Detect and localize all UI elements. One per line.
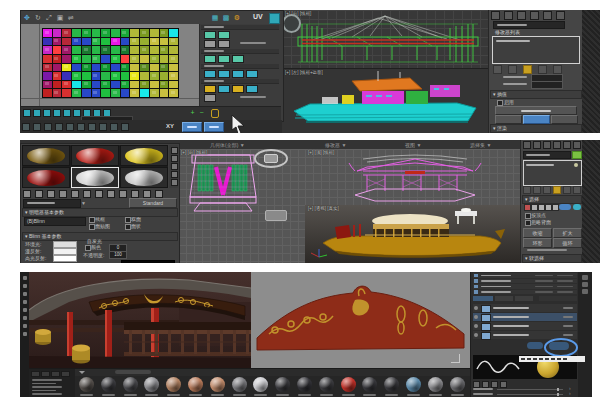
texture-set-row[interactable] [473, 290, 577, 295]
material-toolbar-icon[interactable] [23, 190, 31, 198]
texture-set-row[interactable] [473, 273, 577, 278]
shelf-material-thumbnail[interactable] [339, 377, 359, 397]
material-toolbar-icon[interactable] [131, 190, 139, 198]
subobject-mode-button-active[interactable] [559, 204, 571, 210]
menu-item-geometry[interactable]: 几何体(全部) ▼ [210, 142, 245, 148]
viewport-front[interactable]: [+] [前] [线框] [178, 149, 305, 263]
tool-icon[interactable] [218, 31, 230, 39]
grow-button[interactable]: 扩大 [553, 228, 582, 238]
material-toolbar-icon[interactable] [155, 190, 163, 198]
modifier-stack-list[interactable] [492, 36, 580, 64]
layer-row[interactable] [473, 313, 577, 321]
viewport-tool-icon[interactable] [23, 316, 27, 320]
layer-row[interactable] [473, 322, 577, 330]
material-toolbar-icon[interactable] [107, 190, 115, 198]
shelf-material-thumbnail[interactable] [142, 377, 162, 397]
tool-icon[interactable] [218, 70, 230, 78]
viewport-tool-icon[interactable] [23, 276, 27, 280]
layer-row[interactable] [473, 304, 577, 312]
shelf-material-thumbnail[interactable] [448, 377, 468, 397]
slider-knob[interactable] [557, 393, 559, 396]
shelf-material-thumbnail[interactable] [273, 377, 293, 397]
param-spinner-2[interactable] [531, 81, 563, 89]
select-move-icon[interactable]: ✥ [23, 13, 31, 21]
command-panel-tab[interactable] [543, 141, 551, 149]
tab-2[interactable] [495, 296, 513, 301]
menu-item-views[interactable]: 视图 ▼ [405, 142, 421, 148]
tool-icon[interactable] [232, 70, 244, 78]
object-name-field[interactable] [523, 151, 571, 159]
shelf-tab-icon[interactable] [51, 371, 60, 377]
status-icon[interactable] [44, 123, 52, 131]
loop-button[interactable]: 循环 [553, 238, 582, 248]
material-slot[interactable] [120, 167, 168, 188]
shelf-filter-arrow-icon[interactable] [79, 371, 85, 374]
command-panel-tab[interactable] [563, 141, 571, 149]
modifier-list-label[interactable]: 修改器列表 [495, 29, 520, 35]
subobject-mode-button-2[interactable] [573, 204, 581, 210]
command-panel-tab[interactable] [553, 141, 561, 149]
shelf-material-thumbnail[interactable] [186, 377, 206, 397]
tool-icon[interactable] [204, 40, 216, 48]
shelf-material-thumbnail[interactable] [164, 377, 184, 397]
command-panel-tab[interactable] [504, 11, 513, 20]
viewport-left-shaded[interactable]: [+] [左] [线框+边面] [282, 68, 488, 133]
material-editor-side-icon[interactable] [171, 163, 178, 170]
stack-tool-icon[interactable] [553, 186, 561, 194]
texture-set-row[interactable] [473, 284, 577, 289]
tool-icon[interactable] [218, 85, 230, 93]
layer-visibility-icon[interactable] [474, 324, 478, 328]
material-toolbar-icon[interactable] [47, 190, 55, 198]
status-icon[interactable] [99, 123, 107, 131]
material-editor-side-icon[interactable] [171, 155, 178, 162]
material-editor-side-icon[interactable] [171, 179, 178, 186]
shelf-tab-icon[interactable] [41, 371, 50, 377]
ambient-color-swatch[interactable] [53, 241, 77, 248]
status-blue-button-2[interactable] [204, 122, 224, 132]
scale-icon[interactable]: ⤢ [45, 13, 53, 21]
material-type-button[interactable]: Standard [129, 198, 177, 208]
uv-tool-icon[interactable] [23, 109, 31, 117]
material-editor-side-icon[interactable] [171, 171, 178, 178]
command-panel-tab[interactable] [491, 11, 500, 20]
material-editor-side-icon[interactable] [171, 147, 178, 154]
menu-item-selection-sets[interactable]: 选择集 ▼ [470, 142, 491, 148]
command-panel-tab[interactable] [517, 11, 526, 20]
shelf-material-thumbnail[interactable] [208, 377, 228, 397]
command-panel-tab[interactable] [530, 11, 539, 20]
tool-icon[interactable] [232, 85, 244, 93]
subobject-icon[interactable] [538, 204, 545, 211]
texture-set-row[interactable] [473, 279, 577, 284]
shelf-tab-icon[interactable] [31, 371, 40, 377]
material-slot[interactable] [120, 145, 168, 166]
grid-snap-icon[interactable]: ▦ [211, 13, 219, 21]
material-toolbar-icon[interactable] [35, 190, 43, 198]
shelf-material-thumbnail[interactable] [99, 377, 119, 397]
shader-type-dropdown[interactable]: (B)Blinn [24, 217, 86, 226]
layer-visibility-icon[interactable] [474, 306, 478, 310]
object-name-field[interactable] [493, 21, 565, 29]
stack-tool-icon[interactable] [538, 65, 547, 74]
uv-canvas[interactable] [21, 24, 199, 106]
shelf-material-thumbnail[interactable] [404, 377, 424, 397]
tool-icon[interactable] [204, 31, 216, 39]
status-icon[interactable] [66, 123, 74, 131]
viewport-3d[interactable] [29, 272, 251, 368]
rollout-rendering[interactable]: ▾ 渲染 [490, 124, 582, 133]
object-color-swatch[interactable] [572, 151, 582, 159]
viewport-tool-icon[interactable] [23, 332, 27, 336]
uv-options-icon[interactable]: ▩ [222, 13, 230, 21]
shelf-material-thumbnail[interactable] [251, 377, 271, 397]
ring-button[interactable]: 环形 [523, 238, 552, 248]
uv-tool-icon[interactable] [43, 109, 51, 117]
specular-color-swatch[interactable] [53, 255, 77, 262]
material-slot[interactable] [22, 145, 70, 166]
material-slot[interactable] [71, 167, 119, 188]
status-icon[interactable] [33, 123, 41, 131]
shrink-button[interactable]: 收缩 [523, 228, 552, 238]
annotation-target-button[interactable] [264, 154, 278, 163]
subobject-icon[interactable] [531, 204, 538, 211]
stack-tool-icon[interactable] [543, 186, 551, 194]
element-mode-icon[interactable]: ▣ [56, 13, 64, 21]
material-toolbar-icon[interactable] [119, 190, 127, 198]
